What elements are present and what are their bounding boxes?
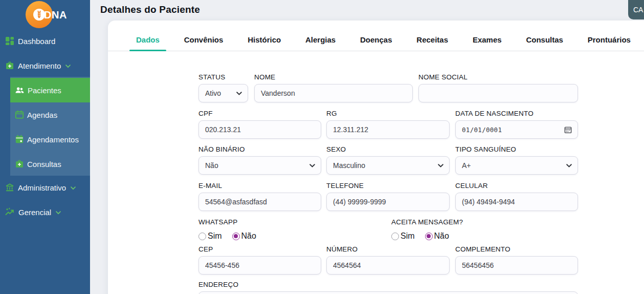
nao-binario-select[interactable]: Não [198, 156, 321, 175]
endereco-field-group: ENDEREÇO [198, 281, 578, 294]
dashboard-grid-icon [5, 36, 14, 46]
radio-checked-icon[interactable] [232, 233, 240, 240]
endereco-label: ENDEREÇO [198, 281, 578, 288]
telefone-field-group: TELEFONE [326, 182, 450, 211]
nome-input[interactable] [254, 84, 413, 102]
trend-up-icon [5, 207, 15, 217]
page-title: Detalhes do Paciente [100, 4, 200, 15]
chevron-down-icon [65, 65, 71, 68]
bank-icon [5, 183, 14, 192]
status-label: STATUS [198, 73, 248, 81]
tab-prontuarios[interactable]: Prontuários [581, 35, 637, 51]
whatsapp-radio-nao[interactable]: Não [232, 232, 256, 241]
tab-historico[interactable]: Histórico [241, 35, 287, 51]
sexo-selected-value: Masculino [333, 161, 365, 170]
sidebar: DNA Dashboard Atendimento Pacie [0, 0, 90, 294]
sidebar-item-label: Agendamentos [27, 135, 79, 144]
sexo-select[interactable]: Masculino [326, 156, 450, 175]
data-nascimento-input[interactable]: 01/01/0001 [455, 120, 578, 139]
email-field-group: E-MAIL [198, 182, 321, 211]
telefone-label: TELEFONE [326, 182, 450, 190]
celular-label: CELULAR [455, 182, 578, 190]
sidebar-item-label: Administrativo [18, 183, 66, 192]
cpf-input[interactable] [198, 120, 321, 139]
logo-text: DNA [44, 9, 67, 21]
sidebar-item-agendamentos[interactable]: Agendamentos [10, 127, 90, 152]
tab-exames[interactable]: Exames [466, 35, 508, 51]
sidebar-item-label: Gerencial [18, 208, 51, 217]
aceita-mensagem-label: ACEITA MENSAGEM? [391, 218, 545, 226]
complemento-input[interactable] [455, 256, 578, 275]
sidebar-item-gerencial[interactable]: Gerencial [0, 200, 90, 224]
sidebar-item-consultas[interactable]: Consultas [10, 152, 90, 176]
sidebar-item-label: Consultas [27, 160, 61, 169]
aceita-mensagem-radio-nao[interactable]: Não [425, 232, 449, 241]
email-input[interactable] [198, 193, 321, 211]
tab-dados[interactable]: Dados [129, 35, 166, 51]
numero-input[interactable] [326, 256, 450, 275]
aceita-mensagem-field-group: ACEITA MENSAGEM? Sim Não [391, 218, 545, 241]
status-select[interactable]: Ativo [198, 84, 248, 102]
email-label: E-MAIL [198, 182, 321, 190]
rg-field-group: RG [326, 110, 450, 139]
tab-consultas[interactable]: Consultas [519, 35, 570, 51]
tipo-sanguineo-label: TIPO SANGUÍNEO [455, 145, 578, 153]
calendar-event-icon [15, 135, 24, 144]
aceita-mensagem-radio-sim[interactable]: Sim [391, 232, 415, 241]
nome-social-input[interactable] [418, 84, 578, 102]
celular-field-group: CELULAR [455, 182, 578, 211]
celular-input[interactable] [455, 193, 578, 211]
status-field-group: STATUS Ativo [198, 73, 248, 102]
rg-label: RG [326, 110, 450, 117]
whatsapp-radio-group: Sim Não [198, 232, 352, 241]
chevron-down-icon [309, 164, 315, 167]
tab-receitas[interactable]: Receitas [410, 35, 455, 51]
app-logo[interactable]: DNA [26, 1, 90, 28]
whatsapp-radio-sim[interactable]: Sim [198, 232, 222, 241]
tab-doencas[interactable]: Doenças [353, 35, 399, 51]
endereco-input[interactable] [198, 291, 578, 294]
aceita-mensagem-radio-group: Sim Não [391, 232, 545, 241]
radio-icon[interactable] [198, 233, 206, 240]
tipo-sanguineo-select[interactable]: A+ [455, 156, 578, 175]
patient-form: STATUS Ativo NOME NOME SOCIAL CPF RG [198, 73, 578, 294]
sidebar-item-agendas[interactable]: Agendas [10, 102, 90, 127]
users-icon [15, 86, 25, 95]
nome-social-label: NOME SOCIAL [418, 73, 578, 81]
cep-label: CEP [198, 245, 321, 253]
data-nascimento-field-group: DATA DE NASCIMENTO 01/01/0001 [455, 110, 578, 139]
tab-convenios[interactable]: Convênios [177, 35, 230, 51]
complemento-field-group: COMPLEMENTO [455, 245, 578, 275]
radio-icon[interactable] [391, 233, 399, 240]
telefone-input[interactable] [326, 193, 450, 211]
radio-checked-icon[interactable] [425, 233, 433, 240]
tipo-sanguineo-field-group: TIPO SANGUÍNEO A+ [455, 145, 578, 175]
tab-bar: Dados Convênios Histórico Alergias Doenç… [129, 28, 637, 51]
cep-input[interactable] [198, 256, 321, 275]
patient-details-card: Dados Convênios Histórico Alergias Doenç… [108, 20, 644, 294]
whatsapp-field-group: WHATSAPP Sim Não [198, 218, 352, 241]
calendar-icon [15, 110, 24, 119]
sidebar-item-label: Atendimento [18, 61, 61, 70]
numero-label: NÚMERO [326, 245, 450, 253]
medical-bag-icon [5, 61, 14, 70]
nome-field-group: NOME [254, 73, 413, 102]
nao-binario-field-group: NÃO BINÁRIO Não [198, 145, 321, 175]
sidebar-item-label: Agendas [27, 111, 57, 119]
sidebar-item-pacientes[interactable]: Pacientes [10, 78, 90, 102]
status-selected-value: Ativo [205, 89, 221, 97]
complemento-label: COMPLEMENTO [455, 245, 578, 253]
sidebar-item-dashboard[interactable]: Dashboard [0, 29, 90, 53]
cpf-label: CPF [198, 110, 321, 117]
numero-field-group: NÚMERO [326, 245, 450, 275]
sidebar-item-administrativo[interactable]: Administrativo [0, 175, 90, 200]
data-nascimento-label: DATA DE NASCIMENTO [455, 110, 578, 117]
tab-alergias[interactable]: Alergias [299, 35, 342, 51]
rg-input[interactable] [326, 120, 450, 139]
sexo-label: SEXO [326, 145, 450, 153]
chevron-down-icon [438, 164, 443, 167]
corner-action-button[interactable]: CA [628, 0, 644, 19]
nome-label: NOME [254, 73, 413, 81]
sidebar-item-atendimento[interactable]: Atendimento [0, 53, 90, 78]
dna-helix-icon [35, 10, 43, 19]
